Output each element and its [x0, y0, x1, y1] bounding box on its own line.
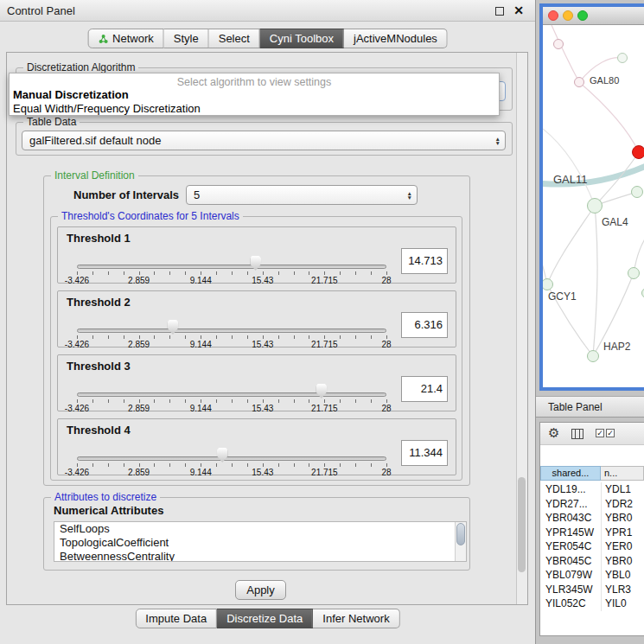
column-header[interactable]: shared... [540, 466, 601, 481]
tick-label: 9.144 [190, 340, 212, 349]
slider-tick-labels: -3.4262.8599.14415.4321.71528 [77, 355, 386, 412]
network-canvas[interactable]: GAL80GAL11GAL4GCY1HAP2 [543, 25, 644, 387]
close-icon[interactable]: ✕ [513, 3, 524, 17]
table-row[interactable]: YBL079WYBL0 [540, 568, 644, 583]
dropdown-placeholder[interactable]: Select algorithm to view settings [10, 76, 499, 88]
tick-label: 28 [381, 340, 391, 349]
table-cell[interactable]: YBR043C [540, 511, 601, 526]
gear-icon[interactable]: ⚙ [548, 425, 559, 441]
tick-label: 9.144 [190, 468, 212, 477]
tab-jactivemnodules[interactable]: jActiveMNodules [344, 29, 448, 48]
network-node[interactable] [553, 39, 564, 49]
table-cell[interactable]: YDR2 [601, 497, 644, 512]
table-toolbar: ⚙ ✓ ✓ [540, 423, 644, 445]
tab-network[interactable]: Network [87, 29, 164, 48]
panel-title: Control Panel [7, 4, 75, 17]
tab-impute-data[interactable]: Impute Data [135, 609, 217, 628]
table-data-group-title: Table Data [23, 116, 80, 128]
checkbox-icon[interactable]: ✓ [596, 429, 604, 437]
table-cell[interactable]: YDL19... [540, 482, 601, 497]
threshold-slider[interactable]: -3.4262.8599.14415.4321.71528 [77, 227, 386, 284]
tick-label: 21.715 [311, 468, 338, 477]
threshold-value[interactable]: 11.344 [401, 440, 448, 466]
table-row[interactable]: YIL052CYIL0 [540, 596, 644, 611]
dropdown-option[interactable]: Equal Width/Frequency Discretization [13, 102, 201, 115]
dropdown-option[interactable]: Manual Discretization [13, 88, 129, 101]
table-row[interactable]: YDL19...YDL1 [540, 482, 644, 497]
float-window-icon[interactable] [495, 7, 504, 16]
network-node[interactable] [574, 77, 584, 87]
intervals-count-select[interactable]: 5 ▲ ▼ [186, 185, 418, 205]
tick-label: 2.859 [128, 276, 150, 285]
table-cell[interactable]: YLR3 [601, 583, 644, 597]
threshold-value[interactable]: 21.4 [401, 376, 448, 402]
network-node[interactable] [617, 53, 628, 63]
threshold-value[interactable]: 14.713 [401, 248, 448, 274]
tick-label: -3.426 [65, 276, 89, 285]
table-cell[interactable]: YBR045C [540, 554, 601, 569]
list-item[interactable]: TopologicalCoefficient [54, 536, 466, 550]
tab-label: Select [219, 32, 250, 45]
table-cell[interactable]: YBR0 [601, 511, 644, 526]
threshold-panel: Threshold 4 -3.4262.8599.14415.4321.7152… [57, 418, 456, 475]
table-row[interactable]: YBR045CYBR0 [540, 554, 644, 569]
table-panel-window: ⚙ ✓ ✓ shared... n... YDL19...YDL1YDR27..… [539, 422, 644, 636]
tab-label: jActiveMNodules [354, 32, 437, 45]
table-row[interactable]: YER054CYER0 [540, 539, 644, 554]
network-node[interactable] [632, 145, 644, 159]
network-node[interactable] [631, 186, 643, 198]
panel-scrollbar-thumb[interactable] [518, 477, 526, 572]
table-data-select[interactable]: galFiltered.sif default node ▲ ▼ [22, 131, 506, 150]
network-window-titlebar [543, 7, 644, 25]
columns-icon[interactable] [571, 429, 583, 439]
tab-select[interactable]: Select [209, 29, 260, 48]
table-cell[interactable]: YBR0 [601, 554, 644, 569]
close-traffic-light[interactable] [548, 10, 558, 21]
table-cell[interactable]: YDR27... [540, 497, 601, 512]
table-cell[interactable]: YLR345W [540, 583, 601, 597]
column-header[interactable]: n... [601, 466, 644, 481]
zoom-traffic-light[interactable] [577, 10, 588, 21]
tab-label: Infer Network [322, 612, 389, 625]
table-cell[interactable]: YPR1 [601, 526, 644, 540]
list-item[interactable]: SelfLoops [54, 522, 466, 536]
control-panel: Control Panel ✕ Network Style Select Cyn… [0, 0, 536, 644]
network-node[interactable] [587, 350, 599, 362]
threshold-value[interactable]: 6.316 [401, 312, 448, 338]
tick-label: 21.715 [311, 340, 338, 349]
apply-button[interactable]: Apply [235, 580, 286, 600]
network-node[interactable] [587, 198, 603, 214]
network-node[interactable] [628, 267, 640, 279]
tab-label: Discretize Data [226, 612, 303, 625]
threshold-slider[interactable]: -3.4262.8599.14415.4321.71528 [77, 355, 386, 412]
table-row[interactable]: YLR345WYLR3 [540, 583, 644, 597]
tab-style[interactable]: Style [164, 29, 209, 48]
table-row[interactable]: YPR145WYPR1 [540, 526, 644, 540]
table-cell[interactable]: YER054C [540, 539, 601, 554]
list-scrollbar[interactable] [455, 522, 466, 561]
numerical-attributes-list[interactable]: SelfLoopsTopologicalCoefficientBetweenne… [54, 521, 467, 562]
tick-label: 15.43 [252, 340, 273, 349]
list-item[interactable]: BetweennessCentrality [54, 550, 466, 562]
tab-infer-network[interactable]: Infer Network [313, 609, 399, 628]
table-cell[interactable]: YIL0 [601, 596, 644, 611]
table-cell[interactable]: YBL0 [601, 568, 644, 583]
table-cell[interactable]: YBL079W [540, 568, 601, 583]
table-row[interactable]: YDR27...YDR2 [540, 497, 644, 512]
interval-group-title: Interval Definition [51, 169, 138, 182]
tab-cyni-toolbox[interactable]: Cyni Toolbox [260, 29, 344, 48]
list-scrollbar-thumb[interactable] [456, 523, 465, 545]
checkbox-icon[interactable]: ✓ [606, 429, 615, 437]
table-cell[interactable]: YER0 [601, 539, 644, 554]
algorithm-group-title: Discretization Algorithm [23, 61, 138, 73]
attributes-group-title: Attributes to discretize [51, 491, 160, 503]
table-cell[interactable]: YIL052C [540, 596, 601, 611]
table-row[interactable]: YBR043CYBR0 [540, 511, 644, 526]
table-cell[interactable]: YPR145W [540, 526, 601, 540]
table-cell[interactable]: YDL1 [601, 482, 644, 497]
tab-discretize-data[interactable]: Discretize Data [217, 609, 313, 628]
minimize-traffic-light[interactable] [563, 10, 573, 21]
threshold-slider[interactable]: -3.4262.8599.14415.4321.71528 [77, 291, 386, 348]
threshold-slider[interactable]: -3.4262.8599.14415.4321.71528 [77, 419, 386, 476]
bottom-tab-bar: Impute Data Discretize Data Infer Networ… [135, 609, 399, 628]
